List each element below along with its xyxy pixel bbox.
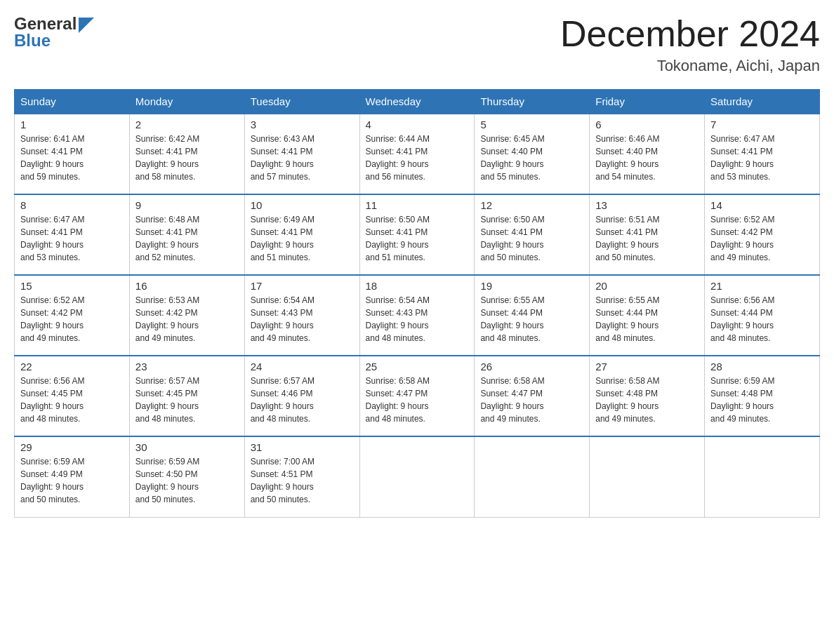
day-info: Sunrise: 6:57 AM Sunset: 4:46 PM Dayligh… <box>251 375 354 425</box>
calendar-day-cell: 7 Sunrise: 6:47 AM Sunset: 4:41 PM Dayli… <box>705 114 820 194</box>
calendar-day-cell: 14 Sunrise: 6:52 AM Sunset: 4:42 PM Dayl… <box>705 194 820 275</box>
calendar-day-cell: 2 Sunrise: 6:42 AM Sunset: 4:41 PM Dayli… <box>129 114 244 194</box>
day-number: 24 <box>251 361 354 373</box>
day-info: Sunrise: 6:56 AM Sunset: 4:45 PM Dayligh… <box>20 375 124 425</box>
calendar-day-cell: 10 Sunrise: 6:49 AM Sunset: 4:41 PM Dayl… <box>244 194 359 275</box>
day-info: Sunrise: 6:42 AM Sunset: 4:41 PM Dayligh… <box>135 133 239 183</box>
day-number: 14 <box>710 199 814 211</box>
calendar-day-cell: 19 Sunrise: 6:55 AM Sunset: 4:44 PM Dayl… <box>475 275 590 356</box>
day-info: Sunrise: 7:00 AM Sunset: 4:51 PM Dayligh… <box>251 455 354 506</box>
day-number: 3 <box>251 119 354 130</box>
page-header: General Blue December 2024 Tokoname, Aic… <box>14 14 820 75</box>
calendar-day-cell: 27 Sunrise: 6:58 AM Sunset: 4:48 PM Dayl… <box>590 356 705 436</box>
day-info: Sunrise: 6:54 AM Sunset: 4:43 PM Dayligh… <box>366 294 469 344</box>
calendar-day-cell: 5 Sunrise: 6:45 AM Sunset: 4:40 PM Dayli… <box>475 114 590 194</box>
title-block: December 2024 Tokoname, Aichi, Japan <box>560 14 820 75</box>
calendar-day-cell: 6 Sunrise: 6:46 AM Sunset: 4:40 PM Dayli… <box>590 114 705 194</box>
calendar-day-cell <box>705 436 820 517</box>
calendar-day-cell: 24 Sunrise: 6:57 AM Sunset: 4:46 PM Dayl… <box>244 356 359 436</box>
day-info: Sunrise: 6:50 AM Sunset: 4:41 PM Dayligh… <box>366 213 469 264</box>
day-info: Sunrise: 6:59 AM Sunset: 4:50 PM Dayligh… <box>135 455 239 506</box>
day-info: Sunrise: 6:43 AM Sunset: 4:41 PM Dayligh… <box>251 133 354 183</box>
calendar-day-cell: 13 Sunrise: 6:51 AM Sunset: 4:41 PM Dayl… <box>590 194 705 275</box>
calendar-day-cell: 4 Sunrise: 6:44 AM Sunset: 4:41 PM Dayli… <box>359 114 475 194</box>
day-info: Sunrise: 6:49 AM Sunset: 4:41 PM Dayligh… <box>251 213 354 264</box>
day-info: Sunrise: 6:55 AM Sunset: 4:44 PM Dayligh… <box>480 294 583 344</box>
day-number: 26 <box>480 361 583 373</box>
day-number: 22 <box>20 361 124 373</box>
day-number: 16 <box>135 280 239 292</box>
calendar-day-cell: 9 Sunrise: 6:48 AM Sunset: 4:41 PM Dayli… <box>129 194 244 275</box>
day-info: Sunrise: 6:48 AM Sunset: 4:41 PM Dayligh… <box>135 213 239 264</box>
day-info: Sunrise: 6:41 AM Sunset: 4:41 PM Dayligh… <box>20 133 124 183</box>
weekday-header-friday: Friday <box>590 90 705 114</box>
day-number: 17 <box>251 280 354 292</box>
calendar-day-cell: 30 Sunrise: 6:59 AM Sunset: 4:50 PM Dayl… <box>129 436 244 517</box>
calendar-day-cell: 15 Sunrise: 6:52 AM Sunset: 4:42 PM Dayl… <box>15 275 130 356</box>
calendar-day-cell: 25 Sunrise: 6:58 AM Sunset: 4:47 PM Dayl… <box>359 356 475 436</box>
day-number: 2 <box>135 119 239 130</box>
logo-blue: Blue <box>14 31 94 51</box>
weekday-header-thursday: Thursday <box>475 90 590 114</box>
calendar-day-cell: 11 Sunrise: 6:50 AM Sunset: 4:41 PM Dayl… <box>359 194 475 275</box>
day-info: Sunrise: 6:59 AM Sunset: 4:48 PM Dayligh… <box>710 375 814 425</box>
calendar-day-cell: 21 Sunrise: 6:56 AM Sunset: 4:44 PM Dayl… <box>705 275 820 356</box>
day-number: 13 <box>595 199 699 211</box>
day-number: 1 <box>20 119 124 130</box>
day-info: Sunrise: 6:57 AM Sunset: 4:45 PM Dayligh… <box>135 375 239 425</box>
location: Tokoname, Aichi, Japan <box>560 57 820 75</box>
calendar-day-cell: 23 Sunrise: 6:57 AM Sunset: 4:45 PM Dayl… <box>129 356 244 436</box>
calendar-day-cell: 28 Sunrise: 6:59 AM Sunset: 4:48 PM Dayl… <box>705 356 820 436</box>
calendar-week-row: 22 Sunrise: 6:56 AM Sunset: 4:45 PM Dayl… <box>15 356 820 436</box>
day-info: Sunrise: 6:54 AM Sunset: 4:43 PM Dayligh… <box>251 294 354 344</box>
day-info: Sunrise: 6:50 AM Sunset: 4:41 PM Dayligh… <box>480 213 583 264</box>
day-number: 9 <box>135 199 239 211</box>
day-number: 4 <box>366 119 469 130</box>
weekday-header-tuesday: Tuesday <box>244 90 359 114</box>
day-number: 8 <box>20 199 124 211</box>
day-number: 11 <box>366 199 469 211</box>
calendar-table: SundayMondayTuesdayWednesdayThursdayFrid… <box>14 89 820 518</box>
calendar-week-row: 29 Sunrise: 6:59 AM Sunset: 4:49 PM Dayl… <box>15 436 820 517</box>
day-info: Sunrise: 6:55 AM Sunset: 4:44 PM Dayligh… <box>595 294 699 344</box>
calendar-day-cell: 18 Sunrise: 6:54 AM Sunset: 4:43 PM Dayl… <box>359 275 475 356</box>
day-number: 7 <box>710 119 814 130</box>
day-number: 28 <box>710 361 814 373</box>
calendar-week-row: 1 Sunrise: 6:41 AM Sunset: 4:41 PM Dayli… <box>15 114 820 194</box>
day-number: 31 <box>251 441 354 453</box>
calendar-day-cell: 12 Sunrise: 6:50 AM Sunset: 4:41 PM Dayl… <box>475 194 590 275</box>
day-info: Sunrise: 6:52 AM Sunset: 4:42 PM Dayligh… <box>710 213 814 264</box>
day-info: Sunrise: 6:44 AM Sunset: 4:41 PM Dayligh… <box>366 133 469 183</box>
day-info: Sunrise: 6:47 AM Sunset: 4:41 PM Dayligh… <box>20 213 124 264</box>
calendar-day-cell: 16 Sunrise: 6:53 AM Sunset: 4:42 PM Dayl… <box>129 275 244 356</box>
weekday-header-saturday: Saturday <box>705 90 820 114</box>
weekday-header-monday: Monday <box>129 90 244 114</box>
day-number: 29 <box>20 441 124 453</box>
day-info: Sunrise: 6:58 AM Sunset: 4:47 PM Dayligh… <box>366 375 469 425</box>
day-number: 10 <box>251 199 354 211</box>
day-number: 20 <box>595 280 699 292</box>
day-number: 30 <box>135 441 239 453</box>
day-info: Sunrise: 6:58 AM Sunset: 4:48 PM Dayligh… <box>595 375 699 425</box>
day-info: Sunrise: 6:51 AM Sunset: 4:41 PM Dayligh… <box>595 213 699 264</box>
day-info: Sunrise: 6:47 AM Sunset: 4:41 PM Dayligh… <box>710 133 814 183</box>
weekday-header-sunday: Sunday <box>15 90 130 114</box>
weekday-header-row: SundayMondayTuesdayWednesdayThursdayFrid… <box>15 90 820 114</box>
calendar-day-cell: 26 Sunrise: 6:58 AM Sunset: 4:47 PM Dayl… <box>475 356 590 436</box>
calendar-day-cell: 22 Sunrise: 6:56 AM Sunset: 4:45 PM Dayl… <box>15 356 130 436</box>
calendar-day-cell: 20 Sunrise: 6:55 AM Sunset: 4:44 PM Dayl… <box>590 275 705 356</box>
day-number: 15 <box>20 280 124 292</box>
calendar-day-cell: 8 Sunrise: 6:47 AM Sunset: 4:41 PM Dayli… <box>15 194 130 275</box>
calendar-day-cell <box>359 436 475 517</box>
day-info: Sunrise: 6:45 AM Sunset: 4:40 PM Dayligh… <box>480 133 583 183</box>
day-number: 5 <box>480 119 583 130</box>
day-info: Sunrise: 6:46 AM Sunset: 4:40 PM Dayligh… <box>595 133 699 183</box>
day-info: Sunrise: 6:58 AM Sunset: 4:47 PM Dayligh… <box>480 375 583 425</box>
calendar-day-cell: 31 Sunrise: 7:00 AM Sunset: 4:51 PM Dayl… <box>244 436 359 517</box>
day-number: 27 <box>595 361 699 373</box>
day-number: 18 <box>366 280 469 292</box>
day-number: 12 <box>480 199 583 211</box>
calendar-week-row: 8 Sunrise: 6:47 AM Sunset: 4:41 PM Dayli… <box>15 194 820 275</box>
day-number: 19 <box>480 280 583 292</box>
month-title: December 2024 <box>560 14 820 54</box>
